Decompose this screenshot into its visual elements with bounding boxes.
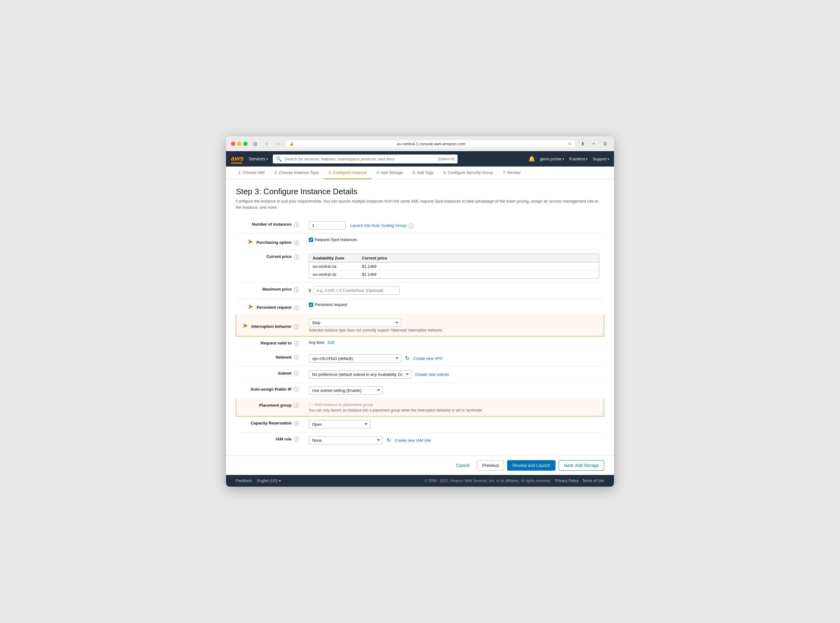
share-button[interactable]: ⬆	[578, 140, 587, 148]
user-caret-icon: ▾	[562, 157, 564, 161]
wizard-step-4[interactable]: 4. Add Storage	[372, 167, 408, 179]
network-label: Network i	[236, 350, 304, 366]
capacity-reservation-row: Capacity Reservation i Open	[236, 416, 604, 432]
persistent-arrow-icon: ➤	[248, 303, 253, 310]
capacity-reservation-label: Capacity Reservation i	[236, 416, 304, 432]
interruption-behavior-info-icon[interactable]: i	[294, 324, 299, 329]
review-and-launch-button[interactable]: Review and Launch	[507, 460, 556, 471]
privacy-policy-link[interactable]: Privacy Policy	[556, 479, 579, 483]
terms-of-use-link[interactable]: Terms of Use	[582, 479, 604, 483]
iam-role-select[interactable]: None	[309, 436, 383, 445]
create-new-subnet-link[interactable]: Create new subnet	[415, 372, 449, 377]
wizard-step-5[interactable]: 5. Add Tags	[408, 167, 438, 179]
interruption-behavior-row: ➤ Interruption behavior i Stop Terminate…	[236, 315, 604, 336]
subnet-value-cell: No preference (default subnet in any Ava…	[304, 366, 604, 382]
back-button[interactable]: ‹	[263, 140, 271, 148]
network-info-icon[interactable]: i	[294, 355, 299, 360]
subnet-row-content: No preference (default subnet in any Ava…	[309, 370, 599, 379]
iam-role-refresh-button[interactable]: ↻	[387, 437, 391, 443]
search-shortcut: [Option+S]	[438, 157, 455, 161]
launch-auto-scaling-link[interactable]: Launch into Auto Scaling Group	[350, 223, 407, 228]
placement-group-label: Placement group i	[236, 398, 304, 416]
number-instances-info-icon[interactable]: i	[294, 222, 299, 227]
request-valid-to-edit-link[interactable]: Edit	[328, 340, 335, 345]
placement-group-info-icon[interactable]: i	[294, 403, 299, 408]
forward-button[interactable]: ›	[274, 140, 283, 148]
wizard-step-2[interactable]: 2. Choose Instance Type	[269, 167, 324, 179]
current-price-info-icon[interactable]: i	[294, 255, 299, 259]
footer: Feedback English (US) ▾ © 2008 - 2021, A…	[226, 475, 614, 486]
auto-assign-ip-label: Auto-assign Public IP i	[236, 382, 304, 398]
nav-services-button[interactable]: Services ▾	[249, 157, 268, 161]
aws-logo-text: aws	[231, 155, 244, 163]
browser-actions: ⬆ + ⧉	[578, 140, 609, 148]
previous-button[interactable]: Previous	[477, 460, 504, 471]
auto-assign-ip-info-icon[interactable]: i	[294, 387, 299, 392]
nav-search-bar[interactable]: 🔍 [Option+S]	[273, 155, 458, 163]
close-button[interactable]	[231, 141, 235, 146]
persistent-request-checkbox[interactable]	[309, 302, 313, 307]
language-selector[interactable]: English (US) ▾	[257, 479, 281, 483]
network-row-content: vpc-c9c144a3 (default) ↻ Create new VPC	[309, 354, 599, 362]
auto-scaling-info-icon[interactable]: i	[408, 224, 413, 229]
capacity-reservation-value-cell: Open	[304, 416, 604, 432]
request-spot-checkbox[interactable]	[309, 238, 313, 242]
request-valid-info-icon[interactable]: i	[294, 341, 299, 346]
nav-support-menu[interactable]: Support ▾	[593, 157, 609, 161]
new-tab-button[interactable]: +	[589, 140, 598, 148]
nav-right: 🔔 glenn.jocher ▾ Frankfurt ▾ Support ▾	[528, 155, 609, 162]
services-caret-icon: ▾	[266, 157, 268, 161]
wizard-step-6[interactable]: 6. Configure Security Group	[438, 167, 498, 179]
search-input[interactable]	[284, 157, 436, 161]
persistent-request-checkbox-label[interactable]: Persistent request	[309, 302, 599, 307]
max-price-prefix: $	[309, 288, 311, 293]
auto-assign-ip-row: Auto-assign Public IP i Use subnet setti…	[236, 382, 604, 398]
minimize-button[interactable]	[237, 141, 241, 146]
iam-role-info-icon[interactable]: i	[294, 437, 299, 442]
purchasing-option-info-icon[interactable]: i	[294, 240, 299, 246]
number-of-instances-input[interactable]	[309, 221, 346, 230]
browser-chrome: ⊞ ‹ › 🔒 eu-central-1.console.aws.amazon.…	[226, 137, 614, 151]
network-refresh-button[interactable]: ↻	[405, 355, 410, 362]
wizard-step-1[interactable]: 1. Choose AMI	[233, 167, 269, 179]
request-valid-to-row: Request valid to i Any time Edit	[236, 336, 604, 351]
persistent-request-info-icon[interactable]: i	[294, 305, 299, 310]
max-price-input[interactable]	[313, 286, 400, 295]
address-bar: 🔒 eu-central-1.console.aws.amazon.com ↻	[286, 140, 575, 147]
bell-icon[interactable]: 🔔	[528, 155, 535, 162]
number-of-instances-row: Number of instances i Launch into Auto S…	[236, 218, 604, 234]
subnet-select[interactable]: No preference (default subnet in any Ava…	[309, 370, 412, 379]
capacity-reservation-info-icon[interactable]: i	[294, 421, 299, 426]
max-price-value-cell: $	[304, 282, 604, 299]
request-spot-checkbox-label[interactable]: Request Spot instances	[309, 237, 599, 242]
wizard-step-3[interactable]: 3. Configure Instance	[324, 167, 372, 179]
tabs-button[interactable]: ⧉	[600, 140, 609, 148]
max-price-row: Maximum price i $	[236, 282, 604, 299]
nav-user-menu[interactable]: glenn.jocher ▾	[540, 157, 564, 161]
next-add-storage-button[interactable]: Next: Add Storage	[559, 460, 604, 471]
price-table-header-price: Current price	[358, 254, 398, 262]
aws-logo: aws	[231, 155, 244, 163]
feedback-link[interactable]: Feedback	[236, 479, 252, 483]
price-table-header: Availability Zone Current price	[309, 254, 599, 262]
network-select[interactable]: vpc-c9c144a3 (default)	[309, 354, 401, 362]
sidebar-toggle-button[interactable]: ⊞	[251, 140, 259, 148]
refresh-icon[interactable]: ↻	[568, 141, 571, 146]
subnet-info-icon[interactable]: i	[294, 371, 299, 376]
create-new-vpc-link[interactable]: Create new VPC	[413, 356, 443, 361]
page-description: Configure the instance to suit your requ…	[236, 198, 604, 210]
auto-assign-ip-select[interactable]: Use subnet setting (Enable)	[309, 386, 383, 394]
interruption-behavior-select[interactable]: Stop Terminate Hibernate	[309, 319, 401, 327]
capacity-reservation-select[interactable]: Open	[309, 420, 370, 428]
maximize-button[interactable]	[243, 141, 247, 146]
price-table-row-1: eu-central-1a $1.1469	[309, 262, 599, 270]
purchasing-option-label: ➤ Purchasing option i	[236, 234, 304, 250]
url-text: eu-central-1.console.aws.amazon.com	[296, 141, 566, 146]
wizard-step-7[interactable]: 7. Review	[498, 167, 525, 179]
nav-region-menu[interactable]: Frankfurt ▾	[569, 157, 588, 161]
max-price-info-icon[interactable]: i	[294, 287, 299, 292]
cancel-button[interactable]: Cancel	[452, 460, 474, 470]
placement-group-row: Placement group i Add instance to placem…	[236, 398, 604, 416]
search-icon: 🔍	[276, 156, 282, 162]
create-new-iam-link[interactable]: Create new IAM role	[395, 438, 432, 443]
